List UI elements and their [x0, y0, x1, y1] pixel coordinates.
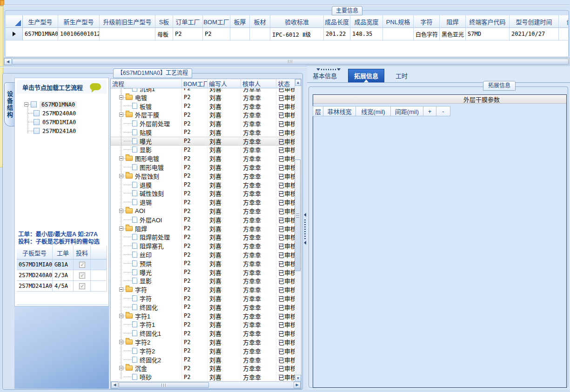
tab-basic-info[interactable]: 基本信息 — [307, 69, 342, 82]
process-reviewer-cell[interactable]: 方幸幸 — [241, 364, 276, 373]
process-writer-cell[interactable]: 刘喜 — [208, 268, 241, 277]
process-reviewer-cell[interactable]: 方幸幸 — [241, 250, 276, 259]
subboard-order-cell[interactable]: GB1A — [53, 259, 74, 270]
table-cell-5[interactable]: P2 — [203, 28, 230, 40]
column-header-2[interactable]: 升级前旧生产型号 — [100, 15, 155, 28]
process-reviewer-cell[interactable]: 方幸幸 — [241, 198, 276, 206]
process-reviewer-cell[interactable]: 方幸幸 — [241, 329, 276, 338]
process-name-cell[interactable]: 电镀 — [111, 93, 182, 102]
subboard-model-cell[interactable]: 0S7MD1MIA0 — [17, 259, 53, 270]
process-reviewer-cell[interactable]: 方幸幸 — [241, 320, 276, 329]
process-row[interactable]: 阻焊P2刘喜方幸幸已审核 — [111, 224, 301, 233]
process-reviewer-cell[interactable]: 方幸幸 — [241, 303, 276, 312]
process-row[interactable]: AOIP2刘喜方幸幸已审核 — [111, 206, 301, 215]
process-row[interactable]: 电镀P2刘喜方幸幸已审核 — [111, 93, 301, 102]
process-reviewer-cell[interactable]: 方幸幸 — [241, 241, 276, 250]
table-cell-14[interactable]: S7MD — [466, 28, 510, 40]
process-row[interactable]: 显影P2刘喜方幸幸已审核 — [111, 277, 301, 286]
process-status-cell[interactable]: 已审核 — [276, 346, 295, 355]
process-bom-cell[interactable]: P2 — [182, 355, 208, 364]
process-name-cell[interactable]: 退膜 — [111, 180, 182, 189]
process-reviewer-cell[interactable]: 方幸幸 — [241, 355, 276, 364]
process-bom-cell[interactable]: P2 — [182, 320, 208, 329]
tab-work-hours[interactable]: 工时 — [390, 69, 413, 82]
tree-node-label[interactable]: 0S7MD1MIA0 — [42, 119, 76, 126]
process-writer-cell[interactable]: 刘喜 — [208, 329, 241, 338]
column-header-14[interactable]: 终端客户代码 — [466, 15, 510, 28]
subboard-column-header[interactable] — [91, 246, 107, 259]
process-status-cell[interactable]: 已审核 — [276, 372, 295, 381]
process-name-cell[interactable]: 外层蚀刻 — [111, 172, 182, 180]
process-writer-cell[interactable]: 刘喜 — [208, 119, 241, 128]
process-bom-cell[interactable]: P2 — [182, 338, 208, 346]
process-bom-cell[interactable]: P2 — [182, 346, 208, 355]
process-row[interactable]: 喷砂P2刘喜方幸幸已审核 — [111, 372, 301, 381]
process-row[interactable]: 字符1P2刘喜方幸幸已审核 — [111, 312, 301, 320]
table-cell-11[interactable] — [383, 28, 414, 40]
process-status-cell[interactable]: 已审核 — [276, 146, 295, 154]
process-bom-cell[interactable]: P2 — [182, 250, 208, 259]
tree-node-label[interactable]: 2S7MD241A0 — [42, 128, 76, 134]
process-reviewer-cell[interactable]: 方幸幸 — [241, 119, 276, 128]
splitter-collapse-arrow[interactable] — [304, 241, 306, 245]
process-status-cell[interactable]: 已审核 — [276, 285, 295, 294]
process-writer-cell[interactable]: 刘喜 — [208, 338, 241, 346]
process-name-cell[interactable]: 终固化1 — [111, 329, 182, 338]
tab-device-structure[interactable]: 设备结构 — [4, 82, 14, 126]
process-status-cell[interactable]: 已审核 — [276, 277, 295, 286]
tree-checkbox[interactable] — [31, 101, 37, 107]
process-name-cell[interactable]: 沉铜1 — [111, 88, 182, 93]
table-cell-8[interactable]: IPC-6012 Ⅱ级 — [270, 28, 324, 40]
column-header-8[interactable]: 验收标准 — [270, 15, 324, 28]
process-bom-cell[interactable]: P2 — [182, 303, 208, 312]
process-bom-cell[interactable]: P2 — [182, 119, 208, 128]
process-row[interactable]: 字符P2刘喜方幸幸已审核 — [111, 294, 301, 303]
process-writer-cell[interactable]: 刘喜 — [208, 180, 241, 189]
process-row[interactable]: 预烘P2刘喜方幸幸已审核 — [111, 259, 301, 268]
process-reviewer-cell[interactable]: 方幸幸 — [241, 259, 276, 268]
process-status-cell[interactable]: 已审核 — [276, 154, 295, 163]
process-bom-cell[interactable]: P2 — [182, 294, 208, 303]
process-reviewer-cell[interactable]: 方幸幸 — [241, 180, 276, 189]
process-row[interactable]: 外层前处理P2刘喜方幸幸已审核 — [111, 119, 301, 128]
hscroll-track[interactable] — [209, 382, 294, 388]
column-header-9[interactable]: 成品长度 — [324, 15, 350, 28]
column-header-3[interactable]: S板 — [155, 15, 173, 28]
current-row-indicator-cell[interactable] — [6, 28, 23, 40]
feed-checkbox[interactable] — [79, 272, 85, 279]
process-writer-cell[interactable]: 刘喜 — [208, 172, 241, 180]
subboard-row[interactable]: 2S7MD240A02/3A — [17, 270, 108, 281]
subboard-model-cell[interactable]: 2S7MD240A0 — [17, 270, 53, 281]
process-bom-cell[interactable]: P2 — [182, 285, 208, 294]
process-name-cell[interactable]: 板镀 — [111, 102, 182, 111]
process-row[interactable]: 图形电镀P2刘喜方幸幸已审核 — [111, 154, 301, 163]
process-writer-cell[interactable]: 刘喜 — [208, 259, 241, 268]
feed-checkbox[interactable] — [79, 283, 85, 289]
process-status-cell[interactable]: 已审核 — [276, 102, 295, 111]
process-status-cell[interactable]: 已审核 — [276, 180, 295, 189]
process-bom-cell[interactable]: P2 — [182, 215, 208, 224]
process-writer-cell[interactable]: 刘喜 — [208, 250, 241, 259]
process-column-header[interactable]: 核审人 — [241, 79, 276, 88]
process-name-cell[interactable]: 图形电镀 — [111, 154, 182, 163]
process-status-cell[interactable]: 已审核 — [276, 215, 295, 224]
process-bom-cell[interactable]: P2 — [182, 146, 208, 154]
process-status-cell[interactable]: 已审核 — [276, 303, 295, 312]
subboard-column-header[interactable]: 子板型号 — [17, 246, 53, 259]
process-name-cell[interactable]: 曝光 — [111, 137, 182, 146]
process-row[interactable]: 终固化2P2刘喜方幸幸已审核 — [111, 355, 301, 364]
hscroll-thumb[interactable] — [12, 59, 569, 65]
process-name-cell[interactable]: 丝印 — [111, 250, 182, 259]
process-row[interactable]: 碱性蚀刻P2刘喜方幸幸已审核 — [111, 189, 301, 198]
process-row[interactable]: 字符2P2刘喜方幸幸已审核 — [111, 346, 301, 355]
select-all-corner-cell[interactable] — [6, 15, 23, 28]
tree-checkbox[interactable] — [34, 128, 40, 134]
process-bom-cell[interactable]: P2 — [182, 329, 208, 338]
tree-checkbox[interactable] — [34, 110, 40, 116]
process-name-cell[interactable]: 显影 — [111, 146, 182, 154]
process-writer-cell[interactable]: 刘喜 — [208, 364, 241, 373]
subboard-feed-cell[interactable] — [74, 270, 91, 281]
process-bom-cell[interactable]: P2 — [182, 372, 208, 381]
process-reviewer-cell[interactable]: 方幸幸 — [241, 137, 276, 146]
table-cell-1[interactable]: 10010600101209 — [58, 28, 100, 40]
